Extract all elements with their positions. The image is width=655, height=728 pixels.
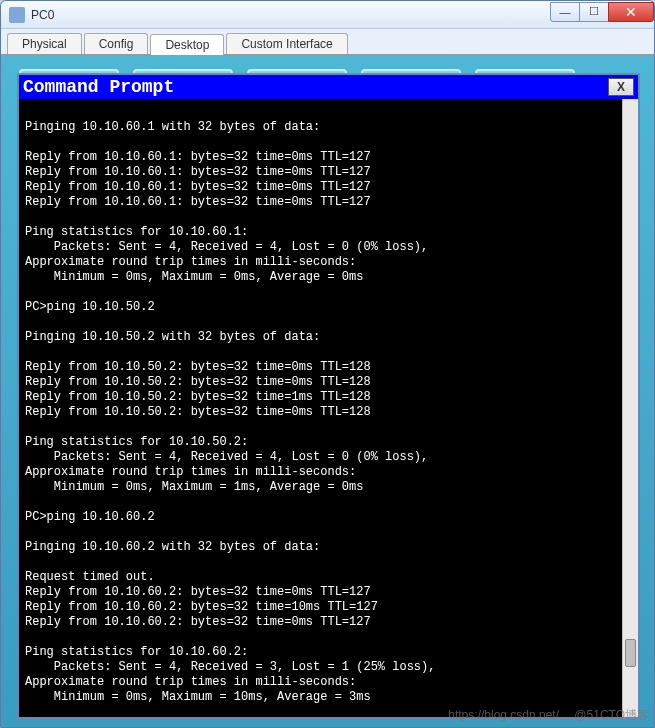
scrollbar-thumb[interactable] — [625, 639, 636, 667]
maximize-button[interactable]: ☐ — [579, 2, 609, 22]
command-prompt-window: Command Prompt X Pinging 10.10.60.1 with… — [17, 73, 640, 719]
console-titlebar[interactable]: Command Prompt X — [19, 75, 638, 99]
watermark: https://blog.csdn.net/… @51CTO博客 — [448, 707, 649, 724]
desktop-area: Command Prompt X Pinging 10.10.60.1 with… — [1, 55, 654, 727]
console-close-button[interactable]: X — [608, 78, 634, 96]
console-output[interactable]: Pinging 10.10.60.1 with 32 bytes of data… — [19, 99, 638, 717]
tab-config[interactable]: Config — [84, 33, 149, 54]
app-icon — [9, 7, 25, 23]
close-button[interactable]: ✕ — [608, 2, 654, 22]
tab-physical[interactable]: Physical — [7, 33, 82, 54]
tabs-row: Physical Config Desktop Custom Interface — [1, 29, 654, 55]
titlebar[interactable]: PC0 — ☐ ✕ — [1, 1, 654, 29]
minimize-button[interactable]: — — [550, 2, 580, 22]
window-title: PC0 — [31, 8, 551, 22]
tab-custom-interface[interactable]: Custom Interface — [226, 33, 347, 54]
console-title: Command Prompt — [23, 77, 608, 97]
scrollbar[interactable] — [622, 99, 638, 717]
tab-desktop[interactable]: Desktop — [150, 34, 224, 55]
window-controls: — ☐ ✕ — [551, 2, 654, 22]
app-window: PC0 — ☐ ✕ Physical Config Desktop Custom… — [0, 0, 655, 728]
